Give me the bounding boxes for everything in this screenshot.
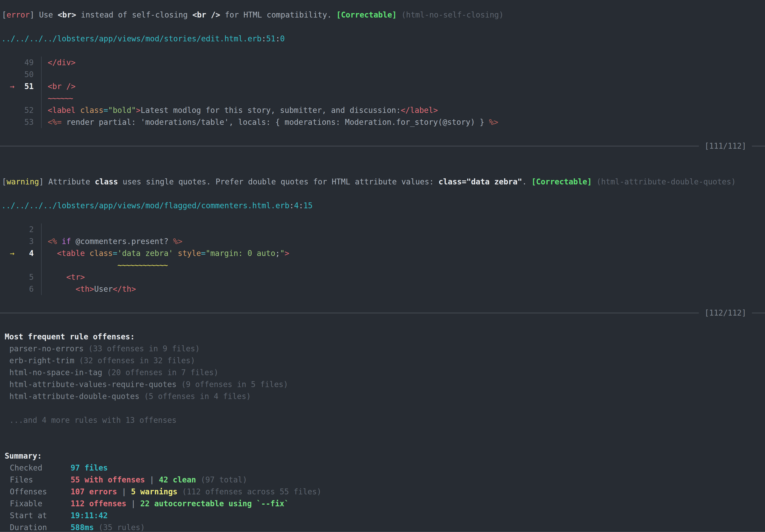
summary-label: Duration <box>10 521 71 532</box>
text-segment: 19:11:42 <box>71 511 108 520</box>
text-segment: </div> <box>48 58 76 67</box>
text-segment: 0 <box>280 34 285 43</box>
text-segment: "margin: 0 auto <box>206 249 276 258</box>
text-segment: = <box>201 249 206 258</box>
gutter: 52 <box>0 104 34 116</box>
text-segment: | <box>126 499 140 508</box>
blank-line <box>0 128 765 140</box>
code-row: 3 <% if @commenters.present? %> <box>0 236 765 247</box>
text-segment <box>592 177 596 186</box>
text-segment: > <box>136 106 141 115</box>
gutter: 3 <box>0 236 34 247</box>
text-segment: : <box>299 201 304 210</box>
text-segment: <tr> <box>66 272 85 282</box>
line-number: 4 <box>29 249 34 258</box>
gutter: 53 <box>0 116 34 128</box>
text-segment: (20 offenses in 7 files) <box>107 368 218 377</box>
gutter <box>0 92 34 104</box>
text-segment: 51 <box>266 34 276 43</box>
line-number: 51 <box>24 82 34 91</box>
rule-item: html-no-space-in-tag (20 offenses in 7 f… <box>0 366 765 378</box>
gutter: 49 <box>0 57 34 69</box>
text-segment <box>139 392 144 401</box>
summary-value: 112 offenses | 22 autocorrectable using … <box>71 498 289 510</box>
text-segment <box>397 10 401 19</box>
offense-message: [error] Use <br> instead of self-closing… <box>0 9 765 21</box>
text-segment <box>74 356 79 365</box>
text-segment: : <box>276 34 280 43</box>
offense-arrow-icon: → <box>10 80 15 92</box>
text-segment: </label> <box>401 106 438 115</box>
text-segment <box>85 249 90 258</box>
code-row: 2 <box>0 224 765 236</box>
progress-counter: [112/112] <box>699 307 752 319</box>
gutter: 50 <box>0 69 34 80</box>
text-segment: <table <box>57 249 85 258</box>
gutter: 6 <box>0 283 34 295</box>
text-segment: 42 clean <box>159 475 196 484</box>
progress-counter: [111/112] <box>699 140 752 152</box>
text-segment: html-no-space-in-tag <box>9 368 102 377</box>
blank-line <box>0 212 765 224</box>
line-number: 49 <box>24 58 34 67</box>
text-segment: User <box>94 284 113 293</box>
text-segment <box>48 284 76 293</box>
line-number: 50 <box>24 70 34 79</box>
text-segment: ../../../../lobsters/app/views/mod/flagg… <box>1 201 290 210</box>
offense-message: [warning] Attribute class uses single qu… <box>0 176 765 188</box>
code-text: <tr> <box>41 271 765 283</box>
code-text: <%= render partial: 'moderations/table',… <box>41 116 765 128</box>
rule-item: erb-right-trim (32 offenses in 32 files) <box>0 354 765 366</box>
text-segment <box>48 249 57 258</box>
line-number: 6 <box>29 284 34 293</box>
code-row-squiggle: ~~~~~~ <box>0 92 765 104</box>
text-segment: 4 <box>294 201 299 210</box>
gutter: →51 <box>0 80 34 92</box>
code-row-offending: →51 <br /> <box>0 80 765 92</box>
text-segment: (9 offenses in 5 files) <box>181 380 288 389</box>
text-segment <box>94 523 98 532</box>
text-segment <box>173 249 178 258</box>
blank-line <box>0 319 765 331</box>
text-segment: <br> <box>58 10 76 19</box>
summary-row: Start at19:11:42 <box>0 510 765 521</box>
text-segment <box>102 368 107 377</box>
rule-offenses-heading: Most frequent rule offenses: <box>0 331 765 343</box>
file-location: ../../../../lobsters/app/views/mod/stori… <box>0 33 765 45</box>
gutter: 2 <box>0 224 34 236</box>
text-segment: (5 offenses in 4 files) <box>144 392 251 401</box>
code-text <box>41 69 765 80</box>
text-segment <box>84 344 88 353</box>
blank-line <box>0 426 765 438</box>
text-segment: (html-attribute-double-quotes) <box>596 177 736 186</box>
summary-label: Files <box>10 474 71 486</box>
text-segment: (97 total) <box>201 475 247 484</box>
text-segment: html-attribute-values-require-quotes <box>9 380 177 389</box>
summary-value: 588ms (35 rules) <box>71 521 145 532</box>
divider-line <box>752 313 765 313</box>
text-segment: warning <box>7 177 39 186</box>
text-segment: 97 files <box>71 463 108 472</box>
blank-line <box>0 164 765 176</box>
blank-line <box>0 152 765 164</box>
text-segment <box>196 475 201 484</box>
code-row: 50 <box>0 69 765 80</box>
text-segment: 107 errors <box>71 487 117 496</box>
summary-row: Duration588ms (35 rules) <box>0 521 765 532</box>
offense-block-error: [error] Use <br> instead of self-closing… <box>0 9 765 152</box>
summary-label: Checked <box>10 462 71 474</box>
text-segment: (112 offenses across 55 files) <box>182 487 322 496</box>
text-segment: @commenters.present? <box>71 237 173 246</box>
summary-row: Checked97 files <box>0 462 765 474</box>
line-number: 2 <box>29 225 34 234</box>
code-row: 49 </div> <box>0 57 765 69</box>
text-segment: ] Attribute <box>39 177 95 186</box>
text-segment: " <box>280 249 285 258</box>
squiggle-underline: ~~~~~~ <box>41 92 765 104</box>
code-text <box>41 224 765 236</box>
text-segment: [ <box>2 10 7 19</box>
line-number: 52 <box>24 106 34 115</box>
line-number: 3 <box>29 237 34 246</box>
blank-line <box>0 188 765 200</box>
text-segment: uses single quotes. Prefer double quotes… <box>118 177 438 186</box>
